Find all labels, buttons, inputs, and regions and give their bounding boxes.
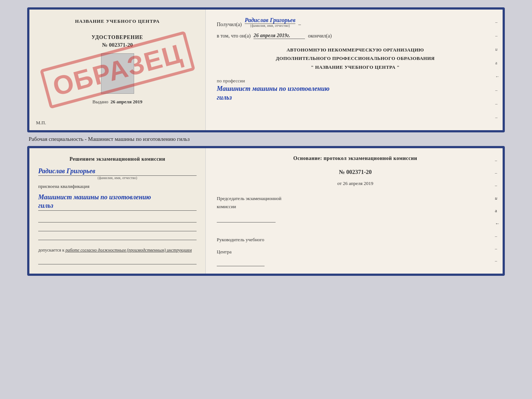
top-right-panel: Получил(а) Радислав Григорьев (фамилия, …	[206, 10, 503, 130]
side-dashes-top: – – и а ← – – –	[495, 10, 500, 130]
bottom-left-panel: Решением экзаменационной комиссии Радисл…	[29, 148, 206, 274]
top-left-panel: НАЗВАНИЕ УЧЕБНОГО ЦЕНТРА ОБРАЗЕЦ УДОСТОВ…	[29, 10, 206, 130]
cert-number: № 002371-20	[102, 42, 133, 48]
org-line3: " НАЗВАНИЕ УЧЕБНОГО ЦЕНТРА "	[217, 63, 494, 71]
issued-date-value: 26 апреля 2019	[111, 99, 143, 105]
org-line2: ДОПОЛНИТЕЛЬНОГО ПРОФЕССИОНАЛЬНОГО ОБРАЗО…	[217, 54, 494, 63]
chairman-label2: комиссии	[217, 203, 494, 210]
commission-person-name: Радислав Григорьев	[38, 167, 197, 176]
document-container: НАЗВАНИЕ УЧЕБНОГО ЦЕНТРА ОБРАЗЕЦ УДОСТОВ…	[27, 7, 505, 276]
director-block: Руководитель учебного Центра	[217, 231, 494, 266]
chairman-signature-line	[217, 215, 276, 222]
right-side-markers-bottom: – – – и а ← – – –	[495, 148, 500, 274]
recipient-name: Радислав Григорьев	[245, 17, 295, 24]
admission-italic: работе согласно должностным (производств…	[65, 247, 192, 253]
mp-label: М.П.	[36, 120, 46, 126]
date-value: 26 апреля 2019г.	[254, 33, 305, 39]
basis-title: Основание: протокол экзаменационной коми…	[217, 156, 494, 161]
director-signature-line	[217, 259, 265, 266]
org-block: АВТОНОМНУЮ НЕКОММЕРЧЕСКУЮ ОРГАНИЗАЦИЮ ДО…	[217, 46, 494, 71]
top-document: НАЗВАНИЕ УЧЕБНОГО ЦЕНТРА ОБРАЗЕЦ УДОСТОВ…	[27, 7, 505, 132]
bottom-line-3	[38, 234, 197, 240]
bottom-right-panel: Основание: протокол экзаменационной коми…	[206, 148, 503, 274]
qualification-label: присвоена квалификация	[38, 184, 197, 189]
commission-fio-hint: (фамилия, имя, отчество)	[38, 176, 197, 180]
profession-label: по профессии	[217, 78, 245, 83]
chairman-label1: Председатель экзаменационной	[217, 195, 494, 202]
commission-title: Решением экзаменационной комиссии	[38, 156, 197, 162]
basis-number: № 002371-20	[217, 169, 494, 175]
chairman-block: Председатель экзаменационной комиссии	[217, 195, 494, 222]
admission-text: допускается к работе согласно должностны…	[38, 247, 197, 253]
recipient-prefix: Получил(а)	[217, 22, 242, 28]
director-label2: Центра	[217, 249, 494, 255]
org-line1: АВТОНОМНУЮ НЕКОММЕРЧЕСКУЮ ОРГАНИЗАЦИЮ	[217, 46, 494, 54]
basis-date: от 26 апреля 2019	[217, 181, 494, 186]
school-name-top: НАЗВАНИЕ УЧЕБНОГО ЦЕНТРА	[75, 18, 160, 24]
profession-name: Машинист машины по изготовлению гильз	[217, 85, 494, 102]
admission-line	[38, 259, 197, 264]
dash-top: –	[298, 22, 301, 28]
date-row: в том, что он(а) 26 апреля 2019г. окончи…	[217, 33, 494, 39]
date-prefix: в том, что он(а)	[217, 33, 251, 39]
profession-block: по профессии Машинист машины по изготовл…	[217, 78, 494, 102]
bottom-line-1	[38, 217, 197, 222]
issued-date-row: Выдано 26 апреля 2019	[93, 99, 143, 105]
director-label1: Руководитель учебного	[217, 236, 494, 243]
bottom-line-2	[38, 225, 197, 231]
qualification-name-block: Машинист машины по изготовлению гильз	[38, 193, 197, 211]
between-caption: Рабочая специальность - Машинист машины …	[29, 136, 190, 142]
bottom-document: Решением экзаменационной комиссии Радисл…	[27, 146, 505, 276]
bottom-lines	[38, 217, 197, 240]
issued-label: Выдано	[93, 99, 108, 105]
photo-placeholder	[101, 53, 134, 94]
fio-hint-top: (фамилия, имя, отчество)	[245, 24, 295, 28]
cert-title: УДОСТОВЕРЕНИЕ	[91, 35, 143, 40]
date-suffix: окончил(а)	[308, 33, 332, 39]
qualification-name: Машинист машины по изготовлению гильз	[38, 193, 197, 211]
recipient-row: Получил(а) Радислав Григорьев (фамилия, …	[217, 17, 494, 28]
